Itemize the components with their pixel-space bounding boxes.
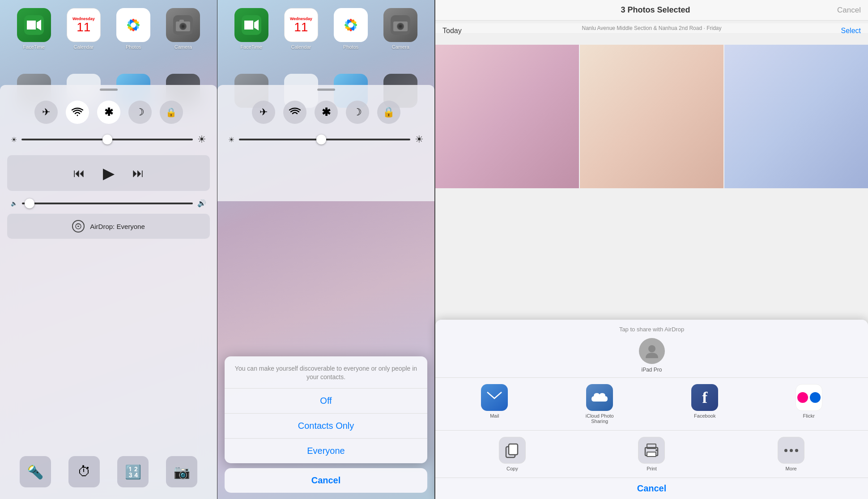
photo-cell-1[interactable]: [435, 45, 579, 188]
photo-cell-3[interactable]: [724, 45, 868, 188]
cc-toggles-p2: ✈ ✱ ☽ 🔒: [217, 96, 434, 128]
rot-p2[interactable]: 🔒: [377, 101, 400, 124]
brightness-thumb[interactable]: [102, 135, 112, 144]
camera-quick-button[interactable]: 📷: [166, 456, 197, 487]
section-select-button[interactable]: Select: [841, 27, 861, 35]
volume-thumb[interactable]: [25, 199, 34, 208]
airdrop-off-option[interactable]: Off: [225, 389, 427, 414]
airplane-p2[interactable]: ✈: [252, 101, 275, 124]
airdrop-everyone-option[interactable]: Everyone: [225, 439, 427, 463]
share-actions-row: Copy Print: [435, 431, 868, 478]
copy-action-icon: [499, 437, 526, 464]
wifi-p2[interactable]: [283, 101, 306, 124]
calendar-day-number: 11: [77, 21, 90, 34]
wifi-toggle[interactable]: [66, 101, 89, 124]
airdrop-share-section: Tap to share with AirDrop iPad Pro: [435, 320, 868, 378]
airplane-mode-toggle[interactable]: ✈: [34, 101, 58, 124]
airdrop-contacts-option[interactable]: Contacts Only: [225, 414, 427, 439]
dnd-p2[interactable]: ☽: [346, 101, 369, 124]
photos-icon: [116, 8, 150, 42]
share-action-more[interactable]: More: [778, 437, 804, 471]
panel-share-sheet: 3 Photos Selected Cancel Nanlu Avenue Mi…: [435, 0, 868, 499]
do-not-disturb-toggle[interactable]: ☽: [128, 101, 152, 124]
volume-min-icon: 🔈: [11, 200, 17, 207]
calendar-label: Calendar: [74, 44, 94, 50]
app-camera-p2[interactable]: Camera: [383, 8, 417, 50]
bright-thumb-p2[interactable]: [316, 135, 326, 144]
facetime-label-p2: FaceTime: [240, 44, 262, 50]
bright-track-p2[interactable]: [239, 139, 410, 140]
cc-handle-p2[interactable]: [317, 89, 335, 91]
brightness-p2: ☀ ☀: [217, 128, 434, 151]
brightness-slider-row: ☀ ☀: [0, 128, 217, 151]
dot-2: [790, 449, 793, 452]
share-app-icloud[interactable]: iCloud Photo Sharing: [585, 384, 614, 424]
app-facetime[interactable]: FaceTime: [17, 8, 51, 50]
svg-rect-16: [179, 20, 184, 22]
copy-action-label: Copy: [506, 466, 518, 471]
photos-selection-title: 3 Photos Selected: [474, 5, 837, 15]
panel-airdrop-sheet: FaceTime Wednesday 11 Calendar: [217, 0, 435, 499]
photos-label: Photos: [126, 44, 141, 50]
photos-label-p2: Photos: [343, 44, 358, 50]
svg-point-15: [182, 25, 184, 28]
flashlight-button[interactable]: 🔦: [20, 456, 51, 487]
print-action-label: Print: [647, 466, 657, 471]
svg-point-41: [655, 449, 657, 451]
icloud-app-label: iCloud Photo Sharing: [585, 413, 614, 424]
bt-p2[interactable]: ✱: [315, 101, 338, 124]
cc-handle[interactable]: [100, 89, 118, 91]
photo-cell-2[interactable]: [580, 45, 723, 188]
app-camera[interactable]: Camera: [166, 8, 200, 50]
calendar-label-p2: Calendar: [291, 44, 311, 50]
more-action-icon: [778, 437, 804, 464]
rewind-button[interactable]: ⏮: [73, 166, 85, 180]
panel-control-center: FaceTime Wednesday 11 Calendar: [0, 0, 217, 499]
share-app-mail[interactable]: Mail: [481, 384, 508, 424]
app-facetime-p2[interactable]: FaceTime: [234, 8, 268, 50]
bright-max-p2: ☀: [415, 134, 424, 145]
facetime-icon-p2: [234, 8, 268, 42]
rotation-lock-toggle[interactable]: 🔒: [160, 101, 183, 124]
photos-icon-p2: [334, 8, 368, 42]
volume-track[interactable]: [22, 203, 193, 204]
svg-point-33: [648, 345, 655, 352]
airdrop-person-ipad[interactable]: iPad Pro: [636, 338, 668, 373]
fast-forward-button[interactable]: ⏭: [132, 166, 144, 180]
app-calendar-p2[interactable]: Wednesday 11 Calendar: [284, 8, 318, 50]
flickr-pink-dot: [797, 392, 808, 403]
share-action-print[interactable]: Print: [638, 437, 665, 471]
quick-apps-row: 🔦 ⏱ 🔢 📷: [0, 452, 217, 492]
timer-button[interactable]: ⏱: [68, 456, 100, 487]
svg-rect-37: [509, 444, 518, 455]
cal-day-p2: 11: [294, 21, 308, 34]
svg-marker-19: [244, 21, 253, 30]
mail-app-icon: [481, 384, 508, 411]
app-photos-p2[interactable]: Photos: [334, 8, 368, 50]
share-app-facebook[interactable]: f Facebook: [691, 384, 718, 424]
app-photos[interactable]: Photos: [116, 8, 150, 50]
photos-cancel-button[interactable]: Cancel: [837, 6, 861, 15]
icloud-app-icon: [586, 384, 613, 411]
play-button[interactable]: ▶: [103, 164, 115, 182]
brightness-track[interactable]: [21, 139, 193, 140]
camera-icon: [166, 8, 200, 42]
app-calendar[interactable]: Wednesday 11 Calendar: [67, 8, 101, 50]
share-action-copy[interactable]: Copy: [499, 437, 526, 471]
print-action-icon: [638, 437, 665, 464]
dot-3: [795, 449, 798, 452]
mail-app-label: Mail: [490, 413, 499, 419]
brightness-min-icon: ☀: [11, 135, 17, 144]
share-cancel-button[interactable]: Cancel: [637, 483, 667, 493]
calendar-icon-p2: Wednesday 11: [284, 8, 318, 42]
airdrop-discovery-sheet: You can make yourself discoverable to ev…: [225, 356, 427, 463]
calculator-button[interactable]: 🔢: [117, 456, 149, 487]
camera-icon-p2: [383, 8, 417, 42]
airdrop-cancel-button[interactable]: Cancel: [225, 468, 427, 493]
share-apps-row: Mail iCloud Photo Sharing f Facebook: [435, 378, 868, 431]
svg-marker-1: [27, 21, 36, 30]
share-app-flickr[interactable]: Flickr: [796, 384, 822, 424]
airdrop-row[interactable]: AirDrop: Everyone: [7, 214, 210, 239]
bluetooth-toggle[interactable]: ✱: [97, 101, 120, 124]
share-cancel-row: Cancel: [435, 478, 868, 499]
